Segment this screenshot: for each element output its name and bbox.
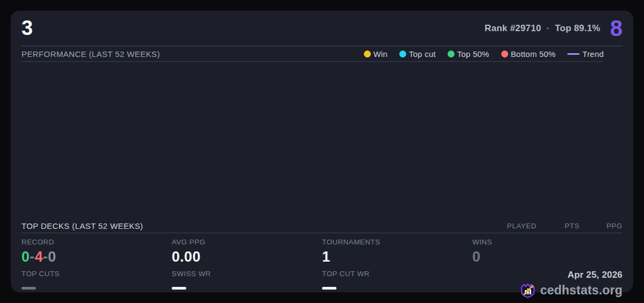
legend-item-top-cut: Top cut [399, 49, 436, 59]
tournaments-label: TOURNAMENTS [322, 238, 472, 246]
tournaments-value: 1 [322, 249, 472, 264]
top-percent-label: Top 89.1% [555, 23, 601, 34]
legend-label-top-50: Top 50% [457, 49, 489, 59]
wins-stat: WINS 0 [472, 238, 623, 264]
card-date: Apr 25, 2026 [567, 270, 623, 280]
score-number: 8 [610, 17, 623, 40]
top-cuts-stat: TOP CUTS [21, 270, 172, 299]
page-background: 3 Rank #29710 · Top 89.1% 8 PERFORMANCE … [0, 0, 644, 303]
top-cuts-empty-dash [21, 287, 36, 290]
rank-area: Rank #29710 · Top 89.1% 8 [485, 17, 623, 40]
cedhstats-logo-icon [519, 282, 536, 299]
top-cut-wr-label: TOP CUT WR [322, 270, 472, 278]
swiss-wr-empty-dash [172, 287, 186, 290]
record-label: RECORD [21, 238, 172, 246]
separator-dot: · [546, 23, 550, 34]
swiss-wr-stat: SWISS WR [172, 270, 322, 299]
legend-label-win: Win [374, 49, 387, 59]
top-decks-column-headers: PLAYED PTS PPG [494, 222, 623, 230]
stats-grid: RECORD 0-4-0 AVG PPG 0.00 TOURNAMENTS 1 … [21, 233, 623, 299]
top-cut-wr-stat: TOP CUT WR [322, 270, 472, 299]
branding-block: Apr 25, 2026 cedhstats.org [472, 270, 623, 299]
top-decks-section-title: TOP DECKS (LAST 52 WEEKS) [21, 221, 143, 230]
wins-label: WINS [472, 238, 623, 246]
legend-item-bottom-50: Bottom 50% [501, 49, 556, 59]
column-header-played: PLAYED [494, 222, 537, 230]
top-50-dot-icon [448, 50, 455, 57]
performance-header: PERFORMANCE (LAST 52 WEEKS) Win Top cut … [21, 46, 604, 62]
brand-name: cedhstats.org [540, 283, 623, 298]
column-header-pts: PTS [537, 222, 580, 230]
legend-label-top-cut: Top cut [409, 49, 436, 59]
record-wins: 0 [21, 249, 30, 265]
brand-link[interactable]: cedhstats.org [519, 282, 623, 299]
record-losses: 4 [35, 249, 43, 265]
top-decks-header: TOP DECKS (LAST 52 WEEKS) PLAYED PTS PPG [21, 219, 623, 233]
bottom-50-dot-icon [501, 50, 508, 57]
record-draws: 0 [48, 249, 56, 265]
avg-ppg-stat: AVG PPG 0.00 [172, 238, 322, 264]
rank-label: Rank #29710 [485, 23, 541, 34]
performance-section-title: PERFORMANCE (LAST 52 WEEKS) [21, 49, 160, 59]
record-value: 0-4-0 [21, 249, 172, 264]
stats-card: 3 Rank #29710 · Top 89.1% 8 PERFORMANCE … [11, 11, 633, 292]
wins-value: 0 [472, 249, 623, 264]
win-dot-icon [364, 50, 371, 57]
record-separator: - [43, 249, 48, 265]
trend-line-icon [567, 53, 580, 55]
avg-ppg-label: AVG PPG [172, 238, 322, 246]
tournaments-stat: TOURNAMENTS 1 [322, 238, 472, 264]
legend-label-trend: Trend [582, 49, 604, 59]
top-cut-dot-icon [399, 50, 406, 57]
legend-item-win: Win [364, 49, 387, 59]
legend-item-trend: Trend [567, 49, 604, 59]
chart-legend: Win Top cut Top 50% Bottom 50% Trend [364, 49, 604, 59]
record-stat: RECORD 0-4-0 [21, 238, 172, 264]
avg-ppg-value: 0.00 [172, 249, 322, 264]
legend-item-top-50: Top 50% [448, 49, 489, 59]
card-header: 3 Rank #29710 · Top 89.1% 8 [21, 11, 623, 46]
swiss-wr-label: SWISS WR [172, 270, 322, 278]
column-header-ppg: PPG [580, 222, 623, 230]
performance-chart-area [21, 62, 623, 219]
top-cuts-label: TOP CUTS [21, 270, 172, 278]
card-title-number: 3 [21, 17, 33, 40]
legend-label-bottom-50: Bottom 50% [511, 49, 556, 59]
top-cut-wr-empty-dash [322, 287, 336, 290]
record-separator: - [30, 249, 34, 265]
